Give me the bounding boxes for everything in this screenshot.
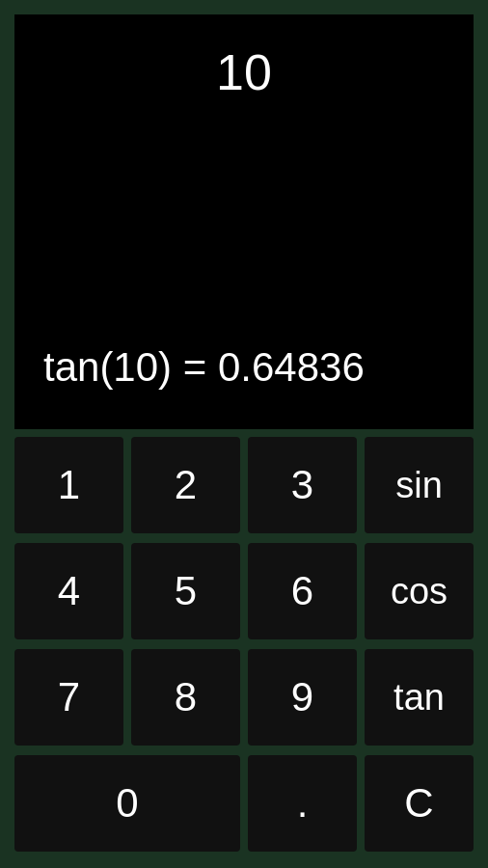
btn-0[interactable]: 0	[14, 755, 240, 852]
btn-8[interactable]: 8	[131, 649, 240, 746]
btn-1[interactable]: 1	[14, 437, 123, 533]
btn-6[interactable]: 6	[248, 543, 357, 639]
display-input: 10	[43, 34, 445, 101]
button-grid: 1 2 3 sin 4 5 6 cos 7 8 9 tan 0 . C	[14, 437, 474, 854]
btn-4[interactable]: 4	[14, 543, 123, 639]
btn-cos[interactable]: cos	[365, 543, 474, 639]
display-result: tan(10) = 0.64836	[43, 344, 445, 400]
display-panel: 10 tan(10) = 0.64836	[14, 14, 474, 429]
btn-sin[interactable]: sin	[365, 437, 474, 533]
btn-5[interactable]: 5	[131, 543, 240, 639]
btn-tan[interactable]: tan	[365, 649, 474, 746]
btn-3[interactable]: 3	[248, 437, 357, 533]
btn-dot[interactable]: .	[248, 755, 357, 852]
btn-7[interactable]: 7	[14, 649, 123, 746]
calculator: 10 tan(10) = 0.64836 1 2 3 sin 4 5 6 cos…	[14, 14, 474, 854]
btn-2[interactable]: 2	[131, 437, 240, 533]
btn-9[interactable]: 9	[248, 649, 357, 746]
btn-clear[interactable]: C	[365, 755, 474, 852]
